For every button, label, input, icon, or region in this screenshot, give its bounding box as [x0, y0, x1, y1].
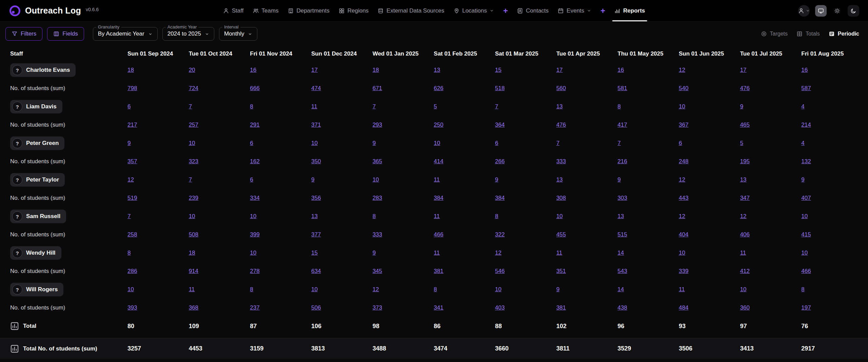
metric-link[interactable]: 10: [189, 213, 195, 219]
metric-link[interactable]: 13: [434, 67, 440, 73]
metric-link[interactable]: 11: [311, 103, 317, 110]
metric-link[interactable]: 333: [373, 231, 382, 238]
metric-link[interactable]: 9: [740, 103, 743, 110]
metric-link[interactable]: 341: [434, 304, 443, 311]
metric-link[interactable]: 10: [740, 286, 747, 293]
metric-link[interactable]: 20: [189, 67, 195, 73]
periodic-toggle[interactable]: Periodic: [829, 31, 859, 37]
metric-link[interactable]: 237: [250, 304, 259, 311]
metric-link[interactable]: 10: [434, 140, 440, 146]
metric-link[interactable]: 724: [189, 85, 198, 91]
nav-item-regions[interactable]: Regions: [339, 0, 369, 21]
metric-link[interactable]: 10: [801, 213, 808, 219]
nav-item-staff[interactable]: Staff: [223, 0, 244, 21]
metric-link[interactable]: 10: [373, 176, 379, 183]
metric-link[interactable]: 323: [189, 158, 198, 165]
metric-link[interactable]: 17: [740, 67, 747, 73]
fields-button[interactable]: Fields: [47, 27, 84, 41]
metric-link[interactable]: 13: [617, 213, 624, 219]
metric-link[interactable]: 634: [311, 268, 321, 274]
metric-link[interactable]: 8: [373, 213, 376, 219]
metric-link[interactable]: 15: [495, 67, 501, 73]
metric-link[interactable]: 465: [740, 122, 750, 128]
metric-link[interactable]: 543: [617, 268, 627, 274]
metric-link[interactable]: 15: [311, 250, 318, 256]
metric-link[interactable]: 474: [311, 85, 321, 91]
metric-link[interactable]: 217: [127, 122, 137, 128]
metric-link[interactable]: 258: [127, 231, 137, 238]
metric-link[interactable]: 403: [495, 304, 505, 311]
metric-link[interactable]: 5: [434, 103, 437, 110]
metric-link[interactable]: 339: [679, 268, 688, 274]
metric-link[interactable]: 8: [495, 213, 498, 219]
metric-link[interactable]: 10: [679, 250, 685, 256]
metric-link[interactable]: 415: [801, 231, 811, 238]
metric-link[interactable]: 162: [250, 158, 259, 165]
metric-link[interactable]: 11: [679, 286, 685, 293]
metric-link[interactable]: 4: [801, 140, 804, 146]
metric-link[interactable]: 12: [679, 213, 685, 219]
metric-link[interactable]: 7: [556, 140, 559, 146]
metric-link[interactable]: 581: [617, 85, 627, 91]
theme-light-button[interactable]: [832, 6, 842, 16]
metric-link[interactable]: 214: [801, 122, 811, 128]
metric-link[interactable]: 13: [311, 213, 318, 219]
nav-item-locations[interactable]: Locations: [453, 0, 494, 21]
metric-link[interactable]: 195: [740, 158, 750, 165]
targets-toggle[interactable]: Targets: [761, 31, 788, 37]
metric-link[interactable]: 10: [801, 250, 808, 256]
metric-link[interactable]: 12: [679, 67, 685, 73]
nav-item-external-data-sources[interactable]: External Data Sources: [378, 0, 444, 21]
metric-link[interactable]: 347: [740, 195, 750, 201]
metric-link[interactable]: 350: [311, 158, 321, 165]
granularity-select[interactable]: GranularityBy Academic Year: [93, 27, 158, 41]
metric-link[interactable]: 8: [250, 103, 253, 110]
metric-link[interactable]: 540: [679, 85, 688, 91]
metric-link[interactable]: 8: [801, 286, 804, 293]
metric-link[interactable]: 466: [801, 268, 811, 274]
metric-link[interactable]: 365: [373, 158, 382, 165]
metric-link[interactable]: 14: [617, 250, 624, 256]
filters-button[interactable]: Filters: [5, 27, 42, 41]
metric-link[interactable]: 18: [127, 67, 134, 73]
staff-pill[interactable]: ?Sam Russell: [10, 210, 66, 223]
metric-link[interactable]: 11: [434, 176, 440, 183]
metric-link[interactable]: 9: [801, 176, 804, 183]
metric-link[interactable]: 7: [127, 213, 131, 219]
metric-link[interactable]: 371: [311, 122, 321, 128]
metric-link[interactable]: 414: [434, 158, 443, 165]
metric-link[interactable]: 417: [617, 122, 627, 128]
metric-link[interactable]: 283: [373, 195, 382, 201]
metric-link[interactable]: 16: [801, 67, 808, 73]
metric-link[interactable]: 303: [617, 195, 627, 201]
metric-link[interactable]: 266: [495, 158, 505, 165]
metric-link[interactable]: 10: [556, 213, 563, 219]
metric-link[interactable]: 7: [373, 103, 376, 110]
metric-link[interactable]: 12: [373, 286, 379, 293]
metric-link[interactable]: 293: [373, 122, 382, 128]
metric-link[interactable]: 13: [556, 103, 563, 110]
user-menu-button[interactable]: [798, 5, 810, 17]
academic-year-select[interactable]: Academic Year2024 to 2025: [162, 27, 214, 41]
metric-link[interactable]: 6: [250, 140, 253, 146]
metric-link[interactable]: 291: [250, 122, 259, 128]
metric-link[interactable]: 10: [250, 250, 256, 256]
metric-link[interactable]: 508: [189, 231, 198, 238]
metric-link[interactable]: 377: [311, 231, 321, 238]
metric-link[interactable]: 381: [434, 268, 443, 274]
metric-link[interactable]: 286: [127, 268, 137, 274]
nav-item-events[interactable]: Events: [558, 0, 591, 21]
metric-link[interactable]: 393: [127, 304, 137, 311]
metric-link[interactable]: 322: [495, 231, 505, 238]
metric-link[interactable]: 515: [617, 231, 627, 238]
metric-link[interactable]: 357: [127, 158, 137, 165]
metric-link[interactable]: 798: [127, 85, 137, 91]
metric-link[interactable]: 257: [189, 122, 198, 128]
totals-toggle[interactable]: Totals: [796, 31, 820, 37]
metric-link[interactable]: 587: [801, 85, 811, 91]
metric-link[interactable]: 216: [617, 158, 627, 165]
metric-link[interactable]: 7: [617, 140, 620, 146]
metric-link[interactable]: 4: [801, 103, 804, 110]
nav-item-departments[interactable]: Departments: [288, 0, 329, 21]
metric-link[interactable]: 11: [434, 250, 440, 256]
